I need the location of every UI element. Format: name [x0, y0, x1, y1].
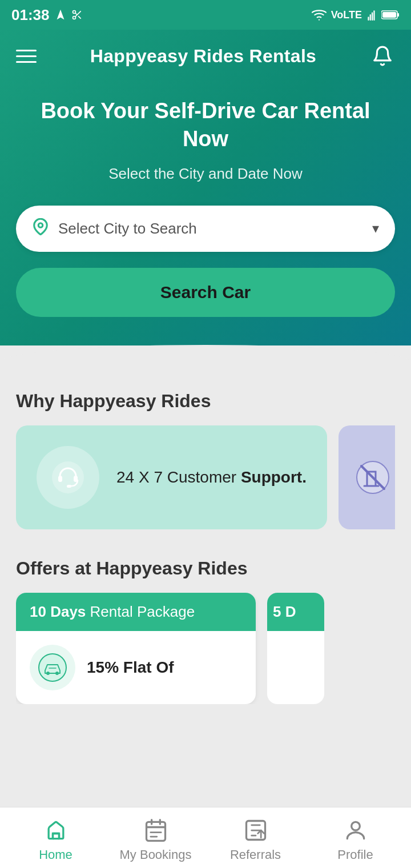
offer-card-1-header: 10 Days Rental Package — [16, 593, 256, 631]
city-select-dropdown[interactable]: Select City to Search ▾ — [16, 206, 395, 252]
no-fuel-icon — [356, 460, 390, 495]
referrals-icon — [243, 818, 268, 843]
svg-rect-14 — [58, 476, 62, 482]
city-placeholder-text: Select City to Search — [58, 220, 197, 238]
menu-line-1 — [16, 50, 37, 51]
svg-rect-5 — [368, 17, 369, 21]
main-content: Why Happyeasy Rides 24 X 7 Customer Supp… — [0, 373, 411, 721]
location-arrow-icon — [54, 9, 67, 21]
nav-profile[interactable]: Profile — [305, 818, 405, 862]
status-bar: 01:38 VoLTE — [0, 0, 411, 30]
why-cards-scroll: 24 X 7 Customer Support. — [16, 425, 395, 529]
feature-card-support: 24 X 7 Customer Support. — [16, 425, 327, 529]
svg-rect-6 — [370, 14, 371, 21]
nav-profile-label: Profile — [337, 847, 373, 862]
header-top: Happyeasy Rides Rentals — [16, 43, 395, 69]
support-icon-wrap — [37, 446, 99, 509]
svg-point-13 — [52, 461, 84, 493]
svg-rect-16 — [67, 485, 71, 488]
offers-section: Offers at Happyeasy Rides 10 Days Rental… — [16, 558, 395, 704]
bookings-icon — [143, 818, 168, 843]
app-title: Happyeasy Rides Rentals — [90, 46, 316, 67]
nav-home-label: Home — [39, 847, 72, 862]
feature-card-2-partial — [339, 425, 395, 529]
svg-point-19 — [39, 654, 66, 681]
city-select-left: Select City to Search — [32, 218, 197, 239]
location-pin-icon — [32, 218, 49, 239]
svg-rect-23 — [146, 822, 165, 841]
svg-rect-8 — [373, 10, 374, 21]
scissors-icon — [71, 9, 83, 21]
svg-rect-11 — [382, 12, 396, 18]
nav-home[interactable]: Home — [6, 818, 106, 862]
offers-section-title: Offers at Happyeasy Rides — [16, 558, 395, 579]
offers-cards-scroll: 10 Days Rental Package 15% Flat Of — [16, 593, 395, 704]
home-icon — [43, 818, 68, 843]
bell-icon — [372, 45, 393, 67]
svg-point-12 — [38, 223, 43, 228]
nav-referrals[interactable]: Referrals — [206, 818, 305, 862]
status-icons: VoLTE — [312, 9, 400, 21]
offer-icon-wrap — [30, 645, 75, 690]
svg-line-3 — [78, 16, 81, 19]
hero-subtitle: Select the City and Date Now — [16, 165, 395, 183]
bottom-spacer — [0, 721, 411, 790]
menu-line-3 — [16, 61, 37, 63]
offer-card-1-body: 15% Flat Of — [16, 631, 256, 704]
app-header: Happyeasy Rides Rentals Book Your Self-D… — [0, 30, 411, 345]
bottom-nav: Home My Bookings Referrals Profile — [0, 807, 411, 868]
nav-bookings-label: My Bookings — [120, 847, 192, 862]
svg-rect-22 — [53, 834, 59, 839]
svg-point-31 — [351, 822, 360, 830]
offer-card-2-header: 5 D — [267, 593, 324, 631]
hero-section: Book Your Self-Drive Car Rental Now Sele… — [16, 97, 395, 345]
offer-card-2-partial: 5 D — [267, 593, 324, 704]
hero-title: Book Your Self-Drive Car Rental Now — [16, 97, 395, 154]
profile-icon — [343, 818, 368, 843]
support-card-text: 24 X 7 Customer Support. — [116, 466, 307, 488]
offer-card-1: 10 Days Rental Package 15% Flat Of — [16, 593, 256, 704]
search-car-button[interactable]: Search Car — [16, 268, 395, 317]
svg-rect-10 — [397, 13, 399, 17]
menu-line-2 — [16, 55, 37, 57]
offer-text-1: 15% Flat Of — [87, 658, 174, 677]
vol-indicator: VoLTE — [331, 9, 362, 21]
map-pin-icon — [32, 218, 49, 235]
offer-card-1-text: Rental Package — [90, 603, 195, 620]
svg-point-21 — [55, 672, 59, 675]
svg-line-4 — [75, 13, 76, 15]
menu-button[interactable] — [16, 50, 37, 63]
svg-point-20 — [46, 672, 50, 675]
status-time-area: 01:38 — [11, 6, 83, 24]
chevron-down-icon: ▾ — [372, 220, 379, 236]
nav-bookings[interactable]: My Bookings — [106, 818, 206, 862]
signal-icon — [366, 9, 377, 21]
status-time: 01:38 — [11, 6, 50, 24]
battery-icon — [381, 9, 400, 21]
svg-point-0 — [72, 11, 75, 14]
svg-point-1 — [72, 17, 75, 19]
svg-rect-7 — [372, 13, 373, 21]
offer-card-1-bold: 10 Days — [30, 603, 86, 620]
header-curve — [0, 345, 411, 373]
wifi-icon — [312, 9, 327, 21]
headset-icon — [51, 460, 85, 495]
car-offer-icon — [38, 653, 67, 682]
nav-referrals-label: Referrals — [230, 847, 281, 862]
notifications-button[interactable] — [370, 43, 395, 69]
why-section-title: Why Happyeasy Rides — [16, 391, 395, 412]
